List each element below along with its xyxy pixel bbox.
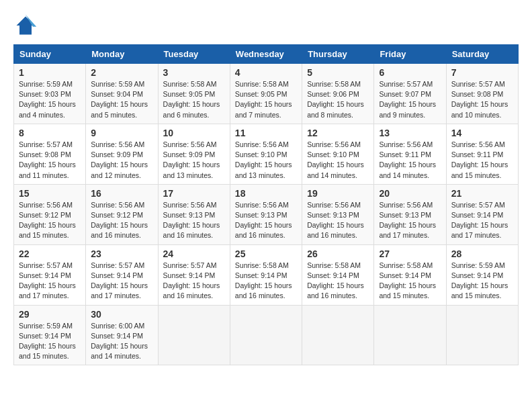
day-number: 1 xyxy=(19,67,81,78)
day-cell-1: 1 Sunrise: 5:59 AM Sunset: 9:03 PM Dayli… xyxy=(14,64,86,124)
day-cell-30: 30 Sunrise: 6:00 AM Sunset: 9:14 PM Dayl… xyxy=(86,305,158,365)
day-number: 21 xyxy=(451,188,513,199)
day-number: 7 xyxy=(451,67,513,78)
day-number: 29 xyxy=(19,309,81,320)
day-info: Sunrise: 5:58 AM Sunset: 9:14 PM Dayligh… xyxy=(379,261,436,300)
day-header-monday: Monday xyxy=(86,45,158,64)
day-cell-28: 28 Sunrise: 5:59 AM Sunset: 9:14 PM Dayl… xyxy=(446,244,518,305)
day-cell-13: 13 Sunrise: 5:56 AM Sunset: 9:11 PM Dayl… xyxy=(374,124,446,184)
day-info: Sunrise: 5:57 AM Sunset: 9:14 PM Dayligh… xyxy=(163,261,220,300)
svg-marker-0 xyxy=(17,17,35,35)
calendar-week-1: 1 Sunrise: 5:59 AM Sunset: 9:03 PM Dayli… xyxy=(14,64,519,124)
day-number: 23 xyxy=(91,248,152,259)
day-cell-19: 19 Sunrise: 5:56 AM Sunset: 9:13 PM Dayl… xyxy=(302,184,374,244)
day-info: Sunrise: 5:58 AM Sunset: 9:06 PM Dayligh… xyxy=(307,80,364,119)
day-cell-29: 29 Sunrise: 5:59 AM Sunset: 9:14 PM Dayl… xyxy=(14,305,86,365)
day-header-tuesday: Tuesday xyxy=(158,45,230,64)
day-number: 20 xyxy=(379,188,441,199)
day-number: 19 xyxy=(307,188,369,199)
day-number: 9 xyxy=(91,128,152,138)
day-info: Sunrise: 5:59 AM Sunset: 9:04 PM Dayligh… xyxy=(91,80,148,119)
day-number: 22 xyxy=(19,248,81,259)
day-number: 16 xyxy=(91,188,152,199)
day-cell-18: 18 Sunrise: 5:56 AM Sunset: 9:13 PM Dayl… xyxy=(230,184,302,244)
day-number: 5 xyxy=(307,67,369,78)
day-info: Sunrise: 5:57 AM Sunset: 9:14 PM Dayligh… xyxy=(19,261,76,300)
day-number: 28 xyxy=(451,248,513,259)
day-info: Sunrise: 5:58 AM Sunset: 9:14 PM Dayligh… xyxy=(235,261,292,300)
day-cell-7: 7 Sunrise: 5:57 AM Sunset: 9:08 PM Dayli… xyxy=(446,64,518,124)
day-info: Sunrise: 5:57 AM Sunset: 9:14 PM Dayligh… xyxy=(451,201,508,240)
day-info: Sunrise: 5:59 AM Sunset: 9:03 PM Dayligh… xyxy=(19,80,76,119)
day-number: 12 xyxy=(307,128,369,138)
day-info: Sunrise: 5:56 AM Sunset: 9:12 PM Dayligh… xyxy=(91,201,148,240)
day-number: 25 xyxy=(235,248,297,259)
day-number: 27 xyxy=(379,248,441,259)
day-info: Sunrise: 5:58 AM Sunset: 9:05 PM Dayligh… xyxy=(163,80,220,119)
calendar-table: SundayMondayTuesdayWednesdayThursdayFrid… xyxy=(13,44,519,365)
day-number: 11 xyxy=(235,128,297,138)
day-cell-10: 10 Sunrise: 5:56 AM Sunset: 9:09 PM Dayl… xyxy=(158,124,230,184)
day-header-thursday: Thursday xyxy=(302,45,374,64)
day-number: 14 xyxy=(451,128,513,138)
day-cell-8: 8 Sunrise: 5:57 AM Sunset: 9:08 PM Dayli… xyxy=(14,124,86,184)
day-number: 10 xyxy=(163,128,225,138)
day-header-sunday: Sunday xyxy=(14,45,86,64)
day-info: Sunrise: 5:56 AM Sunset: 9:13 PM Dayligh… xyxy=(379,201,436,240)
day-cell-24: 24 Sunrise: 5:57 AM Sunset: 9:14 PM Dayl… xyxy=(158,244,230,305)
day-cell-5: 5 Sunrise: 5:58 AM Sunset: 9:06 PM Dayli… xyxy=(302,64,374,124)
day-cell-16: 16 Sunrise: 5:56 AM Sunset: 9:12 PM Dayl… xyxy=(86,184,158,244)
day-info: Sunrise: 5:56 AM Sunset: 9:11 PM Dayligh… xyxy=(451,140,508,179)
page-header xyxy=(13,13,519,38)
day-number: 17 xyxy=(163,188,225,199)
day-number: 4 xyxy=(235,67,297,78)
day-cell-27: 27 Sunrise: 5:58 AM Sunset: 9:14 PM Dayl… xyxy=(374,244,446,305)
day-cell-11: 11 Sunrise: 5:56 AM Sunset: 9:10 PM Dayl… xyxy=(230,124,302,184)
day-cell-15: 15 Sunrise: 5:56 AM Sunset: 9:12 PM Dayl… xyxy=(14,184,86,244)
day-number: 24 xyxy=(163,248,225,259)
day-number: 13 xyxy=(379,128,441,138)
day-cell-3: 3 Sunrise: 5:58 AM Sunset: 9:05 PM Dayli… xyxy=(158,64,230,124)
day-info: Sunrise: 5:56 AM Sunset: 9:11 PM Dayligh… xyxy=(379,140,436,179)
logo xyxy=(13,13,42,38)
day-info: Sunrise: 5:56 AM Sunset: 9:09 PM Dayligh… xyxy=(163,140,220,179)
day-cell-25: 25 Sunrise: 5:58 AM Sunset: 9:14 PM Dayl… xyxy=(230,244,302,305)
day-header-friday: Friday xyxy=(374,45,446,64)
day-info: Sunrise: 5:56 AM Sunset: 9:13 PM Dayligh… xyxy=(163,201,220,240)
day-info: Sunrise: 5:56 AM Sunset: 9:09 PM Dayligh… xyxy=(91,140,148,179)
empty-cell xyxy=(374,305,446,365)
day-cell-12: 12 Sunrise: 5:56 AM Sunset: 9:10 PM Dayl… xyxy=(302,124,374,184)
empty-cell xyxy=(302,305,374,365)
day-header-saturday: Saturday xyxy=(446,45,518,64)
day-number: 18 xyxy=(235,188,297,199)
day-cell-6: 6 Sunrise: 5:57 AM Sunset: 9:07 PM Dayli… xyxy=(374,64,446,124)
day-number: 3 xyxy=(163,67,225,78)
calendar-header-row: SundayMondayTuesdayWednesdayThursdayFrid… xyxy=(14,45,519,64)
day-number: 26 xyxy=(307,248,369,259)
day-info: Sunrise: 5:56 AM Sunset: 9:13 PM Dayligh… xyxy=(235,201,292,240)
day-info: Sunrise: 5:59 AM Sunset: 9:14 PM Dayligh… xyxy=(19,322,76,361)
day-cell-23: 23 Sunrise: 5:57 AM Sunset: 9:14 PM Dayl… xyxy=(86,244,158,305)
day-cell-9: 9 Sunrise: 5:56 AM Sunset: 9:09 PM Dayli… xyxy=(86,124,158,184)
day-info: Sunrise: 5:57 AM Sunset: 9:08 PM Dayligh… xyxy=(19,140,76,179)
day-cell-4: 4 Sunrise: 5:58 AM Sunset: 9:05 PM Dayli… xyxy=(230,64,302,124)
day-number: 15 xyxy=(19,188,81,199)
day-number: 30 xyxy=(91,309,152,320)
calendar-week-4: 22 Sunrise: 5:57 AM Sunset: 9:14 PM Dayl… xyxy=(14,244,519,305)
day-info: Sunrise: 5:57 AM Sunset: 9:14 PM Dayligh… xyxy=(91,261,148,300)
day-info: Sunrise: 5:56 AM Sunset: 9:13 PM Dayligh… xyxy=(307,201,364,240)
day-number: 2 xyxy=(91,67,152,78)
day-cell-21: 21 Sunrise: 5:57 AM Sunset: 9:14 PM Dayl… xyxy=(446,184,518,244)
day-info: Sunrise: 5:56 AM Sunset: 9:10 PM Dayligh… xyxy=(307,140,364,179)
calendar-week-5: 29 Sunrise: 5:59 AM Sunset: 9:14 PM Dayl… xyxy=(14,305,519,365)
logo-icon xyxy=(13,13,38,38)
day-cell-17: 17 Sunrise: 5:56 AM Sunset: 9:13 PM Dayl… xyxy=(158,184,230,244)
day-cell-22: 22 Sunrise: 5:57 AM Sunset: 9:14 PM Dayl… xyxy=(14,244,86,305)
day-header-wednesday: Wednesday xyxy=(230,45,302,64)
day-cell-14: 14 Sunrise: 5:56 AM Sunset: 9:11 PM Dayl… xyxy=(446,124,518,184)
day-cell-20: 20 Sunrise: 5:56 AM Sunset: 9:13 PM Dayl… xyxy=(374,184,446,244)
day-cell-26: 26 Sunrise: 5:58 AM Sunset: 9:14 PM Dayl… xyxy=(302,244,374,305)
day-info: Sunrise: 6:00 AM Sunset: 9:14 PM Dayligh… xyxy=(91,322,148,361)
day-info: Sunrise: 5:59 AM Sunset: 9:14 PM Dayligh… xyxy=(451,261,508,300)
day-number: 8 xyxy=(19,128,81,138)
